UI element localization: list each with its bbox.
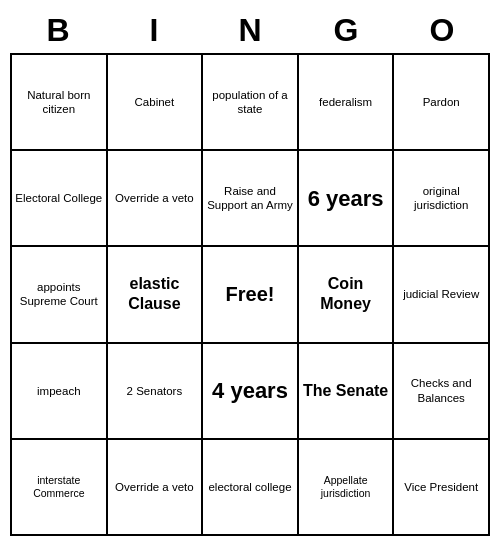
bingo-header: BINGO — [10, 8, 490, 53]
header-letter: G — [298, 8, 394, 53]
bingo-cell: interstate Commerce — [11, 439, 107, 535]
bingo-cell: Checks and Balances — [393, 343, 489, 439]
bingo-cell: Natural born citizen — [11, 54, 107, 150]
bingo-cell: Vice President — [393, 439, 489, 535]
header-letter: O — [394, 8, 490, 53]
bingo-cell: Override a veto — [107, 439, 203, 535]
bingo-cell: population of a state — [202, 54, 298, 150]
bingo-cell: 2 Senators — [107, 343, 203, 439]
bingo-cell: appoints Supreme Court — [11, 246, 107, 342]
bingo-cell: Appellate jurisdiction — [298, 439, 394, 535]
bingo-cell: The Senate — [298, 343, 394, 439]
bingo-cell: Override a veto — [107, 150, 203, 246]
header-letter: N — [202, 8, 298, 53]
bingo-cell: Cabinet — [107, 54, 203, 150]
bingo-cell: Electoral College — [11, 150, 107, 246]
bingo-grid: Natural born citizenCabinetpopulation of… — [10, 53, 490, 536]
bingo-cell: federalism — [298, 54, 394, 150]
header-letter: B — [10, 8, 106, 53]
header-letter: I — [106, 8, 202, 53]
bingo-cell: impeach — [11, 343, 107, 439]
bingo-cell: 6 years — [298, 150, 394, 246]
bingo-cell: original jurisdiction — [393, 150, 489, 246]
bingo-cell: electoral college — [202, 439, 298, 535]
bingo-cell: elastic Clause — [107, 246, 203, 342]
bingo-cell: Raise and Support an Army — [202, 150, 298, 246]
bingo-cell: judicial Review — [393, 246, 489, 342]
bingo-cell: 4 years — [202, 343, 298, 439]
bingo-cell: Free! — [202, 246, 298, 342]
bingo-cell: Pardon — [393, 54, 489, 150]
bingo-cell: Coin Money — [298, 246, 394, 342]
